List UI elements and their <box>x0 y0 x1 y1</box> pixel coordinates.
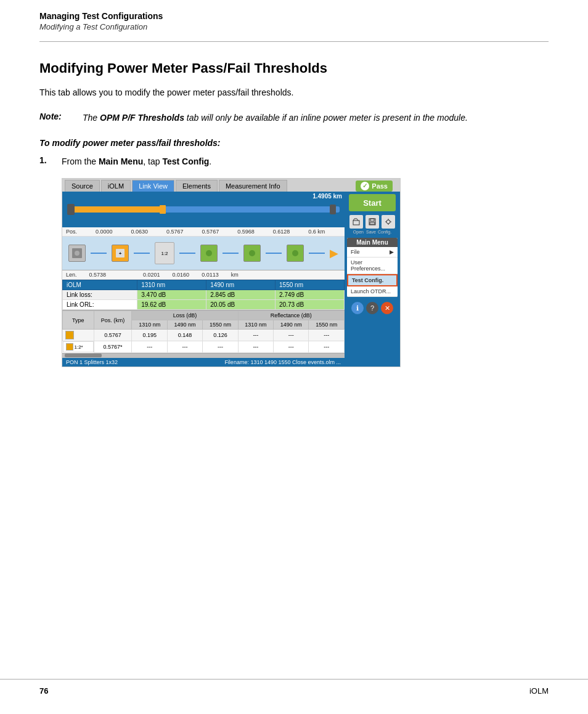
app-statusbar: PON 1 Splitters 1x32 Filename: 1310 1490… <box>62 358 345 367</box>
km-label: 1.4905 km <box>312 193 342 200</box>
app-window: Source iOLM Link View Elements Measureme… <box>62 179 400 367</box>
pos-row: Pos. 0.0000 0.0630 0.5767 0.5767 0.5968 … <box>62 227 345 237</box>
app-data-table: iOLM 1310 nm 1490 nm 1550 nm Link loss: … <box>62 280 345 310</box>
procedure-heading: To modify power meter pass/fail threshol… <box>39 138 549 148</box>
pos-2: 0.5767 <box>166 229 184 235</box>
config-icon[interactable] <box>382 215 395 229</box>
bottom-row-1: 0.5767 0.195 0.148 0.126 --- --- --- <box>63 330 345 341</box>
info-icon[interactable]: ℹ <box>351 302 364 314</box>
menu-item-testconfig[interactable]: Test Config. <box>347 274 398 286</box>
menu-file-arrow: ▶ <box>390 249 394 255</box>
table-row-linkorl: Link ORL: 19.62 dB 20.05 dB 20.73 dB <box>63 300 345 310</box>
bt-r1490-2: --- <box>274 341 309 353</box>
pos-label: Pos. <box>66 229 77 235</box>
elem-box-5 <box>287 245 304 262</box>
len-2: 0.0201 <box>143 272 160 278</box>
bt-type-2: 1:2* <box>63 341 94 352</box>
bottom-row-2: 1:2* 0.5767* --- --- --- --- --- --- <box>63 341 345 353</box>
step-1: 1. From the Main Menu, tap Test Config. <box>39 155 549 168</box>
col-refl-1490: 1490 nm <box>274 320 309 330</box>
pos-1: 0.0630 <box>131 229 149 235</box>
step-1-text: From the Main Menu, tap Test Config. <box>62 155 211 168</box>
page-section-title: Modifying Power Meter Pass/Fail Threshol… <box>39 60 549 76</box>
menu-launchotdr-label: Launch OTDR... <box>351 288 391 294</box>
close-icon[interactable]: ✕ <box>381 302 393 314</box>
menu-item-userprefs[interactable]: User Preferences... <box>347 258 398 274</box>
bt-l1310-2: --- <box>132 341 167 353</box>
bottom-table-area: Type Pos. (km) Loss (dB) Reflectance (dB… <box>62 310 345 358</box>
col-loss-1490: 1490 nm <box>167 320 202 330</box>
cell-linkorl-label: Link ORL: <box>63 300 137 310</box>
main-content: Modifying Power Meter Pass/Fail Threshol… <box>0 42 588 367</box>
icon-labels: Open Save Config. <box>353 230 391 234</box>
bt-l1550-1: 0.126 <box>203 330 238 341</box>
cell-linkorl-1490: 20.05 dB <box>206 300 276 310</box>
link-view-area: 1.4905 km <box>62 192 345 227</box>
pos-4: 0.5968 <box>237 229 255 235</box>
pos-0: 0.0000 <box>96 229 113 235</box>
menu-item-file[interactable]: File ▶ <box>347 247 398 258</box>
menu-item-launchotdr[interactable]: Launch OTDR... <box>347 286 398 297</box>
open-icon[interactable] <box>349 215 363 229</box>
col-loss-1550: 1550 nm <box>203 320 238 330</box>
len-4: 0.0113 <box>202 272 219 278</box>
len-1: 0.5738 <box>89 272 107 278</box>
pass-badge: ✓ Pass <box>356 181 393 192</box>
footer-divider <box>0 679 588 680</box>
config-label: Config. <box>378 230 391 234</box>
len-3: 0.0160 <box>173 272 190 278</box>
note-block: Note: The OPM P/F Thresholds tab will on… <box>39 112 549 124</box>
elem-splitter: 1:2 <box>155 242 174 264</box>
elem-connector-5 <box>266 253 282 254</box>
save-icon[interactable] <box>365 215 379 229</box>
elem-connector-1 <box>91 253 107 254</box>
cell-linkloss-1490: 2.845 dB <box>206 290 276 300</box>
bt-type-1 <box>63 330 94 341</box>
bt-r1550-1: --- <box>309 330 345 341</box>
app-screenshot: Source iOLM Link View Elements Measureme… <box>62 178 401 367</box>
bt-r1310-2: --- <box>238 341 273 353</box>
scroll-bar[interactable] <box>62 353 345 358</box>
page-footer: 76 iOLM <box>39 686 549 696</box>
elem-box-2: + <box>112 245 129 262</box>
tab-measurement[interactable]: Measurement Info <box>219 180 287 192</box>
cell-linkorl-1310: 19.62 dB <box>137 300 206 310</box>
bt-r1550-2: --- <box>309 341 345 353</box>
elem-connector-3 <box>179 253 195 254</box>
open-label: Open <box>353 230 364 234</box>
bt-pos-1: 0.5767 <box>94 330 132 341</box>
len-label: Len. <box>66 272 77 278</box>
product-name: iOLM <box>529 686 549 696</box>
len-row: Len. 0.5738 0.0201 0.0160 0.0113 km <box>62 270 345 280</box>
elements-area: + 1:2 <box>62 237 345 270</box>
bt-l1490-1: 0.148 <box>167 330 202 341</box>
col-loss-1310: 1310 nm <box>132 320 167 330</box>
start-button[interactable]: Start <box>349 194 396 211</box>
tab-linkview[interactable]: Link View <box>132 180 174 192</box>
note-label: Note: <box>39 112 76 121</box>
page-number: 76 <box>39 686 48 696</box>
pos-5: 0.6128 <box>273 229 290 235</box>
statusbar-right: Filename: 1310 1490 1550 Close events.ol… <box>224 359 341 365</box>
bt-r1310-1: --- <box>238 330 273 341</box>
help-icon[interactable]: ? <box>366 302 378 314</box>
bt-r1490-1: --- <box>274 330 309 341</box>
step-number-1: 1. <box>39 155 57 165</box>
bt-l1550-2: --- <box>203 341 238 353</box>
cell-linkloss-label: Link loss: <box>63 290 137 300</box>
cell-linkloss-1550: 2.749 dB <box>276 290 345 300</box>
col-1490: 1490 nm <box>206 280 276 290</box>
tab-source[interactable]: Source <box>65 180 100 192</box>
svg-point-4 <box>386 220 390 224</box>
col-iolm: iOLM <box>63 280 137 290</box>
app-sidebar: Start Open <box>345 192 400 367</box>
statusbar-left: PON 1 Splitters 1x32 <box>66 359 118 365</box>
cell-linkloss-1310: 3.470 dB <box>137 290 206 300</box>
menu-testconfig-label: Test Config. <box>352 277 383 283</box>
col-pos-km: Pos. (km) <box>94 311 132 330</box>
menu-header: Main Menu <box>347 238 398 247</box>
tab-elements[interactable]: Elements <box>176 180 218 192</box>
pass-check-icon: ✓ <box>361 182 369 190</box>
elem-connector-2 <box>134 253 150 254</box>
tab-iolm[interactable]: iOLM <box>101 180 131 192</box>
